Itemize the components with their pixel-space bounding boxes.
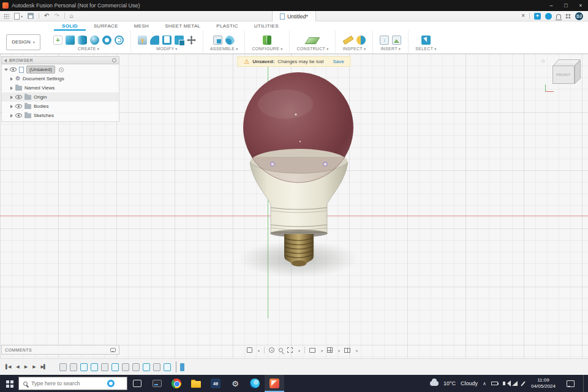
- tab-plastic[interactable]: PLASTIC: [208, 21, 246, 31]
- expand-arrow-icon[interactable]: [4, 69, 8, 71]
- press-pull-icon[interactable]: [138, 36, 147, 45]
- combine-icon[interactable]: [175, 36, 184, 45]
- file-explorer-button[interactable]: [186, 375, 206, 392]
- expand-arrow-icon[interactable]: [10, 77, 13, 81]
- timeline-skip-end-button[interactable]: ▶▌: [40, 364, 47, 369]
- tab-mesh[interactable]: MESH: [126, 21, 157, 31]
- select-icon[interactable]: [421, 36, 431, 45]
- browser-item-bodies[interactable]: Bodies: [2, 102, 119, 111]
- timeline-feature-icon[interactable]: [70, 363, 77, 371]
- file-menu[interactable]: [14, 13, 23, 20]
- browser-header[interactable]: BROWSER: [1, 56, 119, 64]
- pen-icon[interactable]: [521, 381, 525, 386]
- timeline-feature-icon[interactable]: [80, 363, 88, 371]
- edge-button[interactable]: [245, 375, 265, 392]
- document-tab[interactable]: Untitled*: [272, 11, 316, 21]
- timeline-feature-icon[interactable]: [164, 363, 171, 371]
- timeline-feature-icon[interactable]: [59, 363, 67, 371]
- insert-icon[interactable]: [380, 36, 389, 45]
- timeline-feature-icon[interactable]: [122, 363, 129, 371]
- home-view-icon[interactable]: ⌂: [541, 58, 545, 64]
- timeline-scrubber-handle[interactable]: [180, 363, 184, 371]
- weather-icon[interactable]: [430, 381, 439, 386]
- badge-app-button[interactable]: 49: [206, 375, 225, 392]
- notifications-bell-icon[interactable]: [556, 14, 561, 19]
- expand-arrow-icon[interactable]: [10, 105, 13, 108]
- timeline-feature-icon[interactable]: [143, 363, 150, 371]
- timeline-play-button[interactable]: ▶: [23, 364, 28, 369]
- tab-solid[interactable]: SOLID: [54, 21, 86, 31]
- browser-options-icon[interactable]: [112, 58, 116, 62]
- action-center-icon[interactable]: [567, 380, 575, 387]
- expand-arrow-icon[interactable]: [10, 86, 13, 90]
- cortana-icon[interactable]: [107, 380, 115, 387]
- expand-arrow-icon[interactable]: [10, 96, 13, 99]
- app-grid-menu-icon[interactable]: [4, 13, 9, 19]
- new-component-icon[interactable]: [213, 36, 222, 45]
- timeline-step-forward-button[interactable]: ▶: [31, 364, 36, 369]
- comments-panel[interactable]: COMMENTS: [1, 345, 119, 355]
- browser-item-named-views[interactable]: Named Views: [2, 83, 119, 92]
- tab-utilities[interactable]: UTILITIES: [246, 21, 287, 31]
- workspace-selector[interactable]: DESIGN: [6, 34, 40, 50]
- construct-menu[interactable]: CONSTRUCT: [296, 47, 328, 51]
- taskbar-search[interactable]: [18, 377, 127, 390]
- minimize-button[interactable]: –: [544, 0, 559, 11]
- grid-layout-icon[interactable]: [327, 347, 333, 353]
- viewports-icon[interactable]: [344, 348, 350, 353]
- coil-icon[interactable]: [115, 36, 124, 45]
- undo-button[interactable]: ↶: [44, 13, 49, 19]
- timeline-step-back-button[interactable]: ◀: [15, 364, 20, 369]
- primitive-sphere-icon[interactable]: [90, 36, 99, 45]
- create-menu[interactable]: CREATE: [78, 47, 99, 51]
- search-input[interactable]: [31, 380, 104, 386]
- chrome-button[interactable]: [167, 375, 186, 392]
- close-button[interactable]: ×: [573, 0, 588, 11]
- insert-menu[interactable]: INSERT: [380, 47, 401, 51]
- start-button[interactable]: [0, 375, 18, 392]
- taskbar-clock[interactable]: 11:09 04/05/2024: [529, 377, 558, 390]
- save-link[interactable]: Save: [333, 59, 344, 64]
- zoom-icon[interactable]: [279, 348, 283, 352]
- primitive-box-icon[interactable]: [66, 36, 75, 45]
- collapse-panel-icon[interactable]: [4, 59, 7, 62]
- tab-sheet-metal[interactable]: SHEET METAL: [157, 21, 208, 31]
- weather-temp[interactable]: 10°C: [443, 380, 456, 386]
- timeline-feature-icon[interactable]: [111, 363, 119, 371]
- joint-icon[interactable]: [225, 36, 235, 45]
- browser-item-origin[interactable]: Origin: [2, 92, 119, 102]
- active-document-radio-icon[interactable]: [59, 67, 64, 72]
- measure-icon[interactable]: [342, 36, 353, 45]
- assemble-menu[interactable]: ASSEMBLE: [210, 47, 238, 51]
- viewcube-right-face[interactable]: [575, 60, 581, 84]
- fusion-taskbar-button[interactable]: [265, 375, 284, 392]
- modify-menu[interactable]: MODIFY: [156, 47, 177, 51]
- maximize-button[interactable]: □: [559, 0, 573, 11]
- weather-condition[interactable]: Cloudy: [461, 380, 478, 386]
- volume-icon[interactable]: [503, 382, 505, 385]
- comment-bubble-icon[interactable]: [110, 348, 116, 352]
- create-sketch-icon[interactable]: [53, 36, 62, 45]
- viewcube-front-face[interactable]: FRONT: [552, 66, 575, 84]
- timeline-feature-icon[interactable]: [101, 363, 108, 371]
- timeline-feature-icon[interactable]: [132, 363, 140, 371]
- redo-button[interactable]: ↷: [54, 13, 59, 19]
- settings-button[interactable]: ⚙: [225, 375, 245, 392]
- job-status-icon[interactable]: [545, 13, 552, 20]
- viewport[interactable]: ⚠ Unsaved: Changes may be lost Save BROW…: [0, 54, 588, 358]
- select-menu[interactable]: SELECT: [415, 47, 436, 51]
- inspect-menu[interactable]: INSPECT: [342, 47, 366, 51]
- visibility-eye-icon[interactable]: [15, 95, 22, 99]
- expand-arrow-icon[interactable]: [10, 114, 13, 118]
- canvas-image-icon[interactable]: [392, 36, 401, 45]
- browser-item-sketches[interactable]: Sketches: [2, 111, 119, 120]
- network-icon[interactable]: [512, 381, 518, 386]
- user-avatar[interactable]: DJ: [575, 12, 583, 20]
- close-document-button[interactable]: ×: [521, 13, 525, 19]
- tab-surface[interactable]: SURFACE: [86, 21, 126, 31]
- primitive-torus-icon[interactable]: [102, 36, 111, 45]
- bulb-model[interactable]: [238, 72, 360, 281]
- move-copy-icon[interactable]: [187, 36, 196, 45]
- hidden-icons-chevron[interactable]: ∧: [483, 381, 486, 386]
- data-panel-home-button[interactable]: ⌂: [70, 13, 74, 19]
